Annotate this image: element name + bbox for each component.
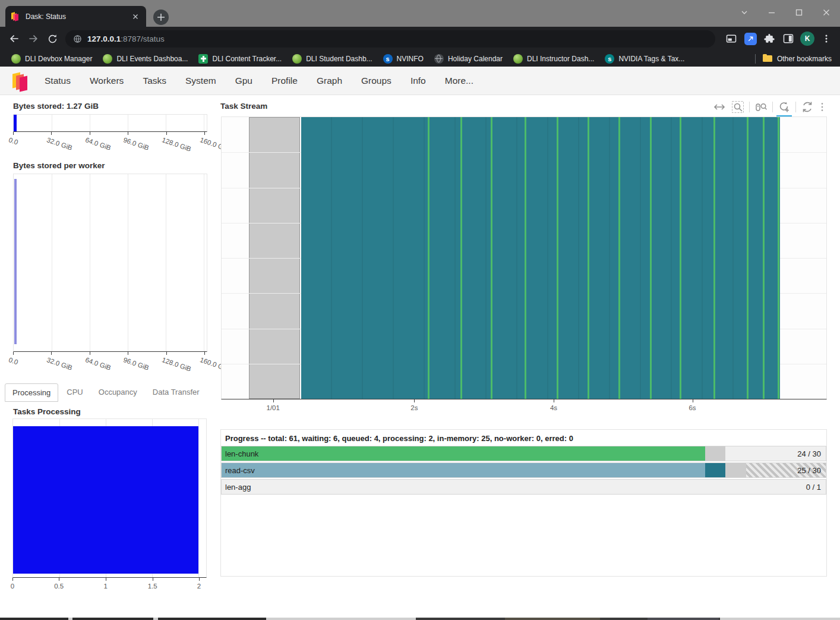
pan-tool-icon[interactable] (712, 100, 727, 114)
task-line-len-chunk (618, 117, 620, 399)
browser-window: Dask: Status (0, 0, 840, 620)
side-panel-icon[interactable] (779, 30, 797, 48)
axis-tick (51, 132, 52, 135)
tab-occupancy[interactable]: Occupancy (91, 383, 144, 402)
progress-segment (222, 463, 705, 477)
sharepoint-blue-icon (383, 54, 393, 64)
task-stream-chart[interactable] (221, 117, 827, 399)
task-line-len-chunk (650, 117, 652, 399)
picture-in-picture-icon[interactable] (722, 30, 740, 48)
nav-item-status[interactable]: Status (45, 75, 71, 86)
tab-close-icon[interactable] (131, 12, 140, 21)
gridline (204, 174, 204, 351)
axis-tick-label: 6s (689, 404, 696, 411)
bookmark-nvidia-tags-tax[interactable]: NVIDIA Tags & Tax... (599, 53, 690, 65)
new-tab-button[interactable] (153, 10, 169, 25)
tab-title: Dask: Status (26, 12, 131, 21)
bookmark-label: DLI Student Dashb... (306, 55, 372, 63)
axis-tick (90, 352, 90, 355)
globe-dark-icon (434, 54, 444, 64)
other-bookmarks[interactable]: Other bookmarks (755, 54, 840, 64)
axis-tick (204, 132, 205, 135)
tasks-processing-title: Tasks Processing (13, 407, 81, 416)
forward-icon[interactable] (24, 29, 43, 48)
bookmark-nvinfo[interactable]: NVINFO (378, 53, 429, 65)
nav-item-groups[interactable]: Groups (361, 75, 391, 86)
task-line-len-chunk (460, 117, 462, 399)
bookmark-label: DLI Devbox Manager (25, 55, 92, 63)
nav-item-gpu[interactable]: Gpu (235, 75, 252, 86)
tasks-processing-axis: 00.511.52 (12, 578, 207, 605)
reset-tool-icon[interactable] (800, 100, 814, 114)
close-button[interactable] (813, 0, 840, 25)
reload-icon[interactable] (43, 29, 62, 48)
axis-tick (414, 399, 415, 402)
zoom-follow-tool-icon[interactable] (777, 100, 791, 114)
bokeh-menu-icon[interactable] (819, 100, 826, 114)
progress-task-count: 24 / 30 (797, 449, 821, 458)
extensions-puzzle-icon[interactable] (760, 30, 778, 48)
axis-tick (166, 352, 167, 355)
box-zoom-tool-icon[interactable] (731, 100, 745, 114)
dask-favicon (11, 11, 20, 21)
nav-item-tasks[interactable]: Tasks (143, 75, 166, 86)
bookmark-dli-devbox-manager[interactable]: DLI Devbox Manager (6, 53, 97, 65)
task-stream-axis: 1/012s4s6s (221, 399, 827, 427)
url-bar[interactable]: 127.0.0.1:8787/status (65, 30, 715, 48)
task-line-len-chunk (680, 117, 681, 399)
tasks-processing-bar (13, 426, 198, 574)
gridline (166, 115, 166, 131)
tab-cpu[interactable]: CPU (59, 383, 90, 402)
axis-tick-label: 32.0 GiB (46, 356, 73, 372)
maximize-button[interactable] (785, 0, 813, 25)
task-line-len-chunk (588, 117, 589, 399)
extension-zoom-icon[interactable] (741, 30, 759, 48)
wheel-zoom-tool-icon[interactable] (754, 100, 768, 114)
bookmarks-separator (755, 54, 756, 64)
bytes-stored-axis: 0.032.0 GiB64.0 GiB96.0 GiB128.0 GiB160.… (13, 132, 207, 159)
toolbar-separator (772, 102, 773, 112)
axis-tick-label: 0.0 (8, 136, 19, 146)
chevron-down-icon[interactable] (731, 0, 758, 25)
axis-tick-label: 96.0 GiB (122, 136, 150, 152)
task-line-len-chunk (491, 117, 492, 399)
bookmark-dli-events-dashboa[interactable]: DLI Events Dashboa... (97, 53, 193, 65)
bookmark-dli-student-dashb[interactable]: DLI Student Dashb... (287, 53, 377, 65)
browser-toolbar: 127.0.0.1:8787/status K (0, 27, 840, 51)
nav-item-graph[interactable]: Graph (317, 75, 342, 86)
task-line-len-chunk (778, 117, 779, 399)
bytes-per-worker-bar (14, 179, 17, 344)
gridline (52, 174, 52, 351)
bytes-stored-title: Bytes stored: 1.27 GiB (13, 102, 99, 111)
globe-green-icon (103, 54, 112, 64)
axis-tick (128, 132, 128, 135)
axis-tick (51, 352, 52, 355)
task-line-len-chunk (713, 117, 715, 399)
task-line-len-chunk (428, 117, 430, 399)
bookmark-dli-content-tracker[interactable]: DLI Content Tracker... (193, 53, 287, 65)
bookmark-holiday-calendar[interactable]: Holiday Calendar (429, 53, 508, 65)
gridline (204, 115, 204, 131)
tab-data-transfer[interactable]: Data Transfer (146, 383, 207, 402)
bookmark-dli-instructor-dash[interactable]: DLI Instructor Dash... (508, 53, 599, 65)
dask-logo (12, 71, 31, 91)
axis-tick-label: 64.0 GiB (84, 356, 112, 372)
nav-item-workers[interactable]: Workers (90, 75, 124, 86)
profile-avatar[interactable]: K (798, 30, 816, 48)
nav-item-profile[interactable]: Profile (271, 75, 298, 86)
axis-tick (166, 132, 167, 135)
other-bookmarks-label: Other bookmarks (777, 55, 832, 63)
nav-item-info[interactable]: Info (410, 75, 426, 86)
back-icon[interactable] (5, 29, 24, 48)
browser-tab[interactable]: Dask: Status (5, 6, 146, 27)
nav-item-more[interactable]: More... (445, 75, 473, 86)
bookmark-label: DLI Instructor Dash... (527, 55, 594, 63)
sharepoint-teal-icon (605, 54, 614, 64)
tab-processing[interactable]: Processing (5, 383, 58, 402)
kebab-menu-icon[interactable] (817, 30, 835, 48)
nav-item-system[interactable]: System (185, 75, 216, 86)
axis-tick (59, 578, 59, 581)
progress-task-count: 25 / 30 (797, 466, 821, 475)
minimize-button[interactable] (758, 0, 785, 25)
dask-navbar: StatusWorkersTasksSystemGpuProfileGraphG… (0, 67, 840, 95)
